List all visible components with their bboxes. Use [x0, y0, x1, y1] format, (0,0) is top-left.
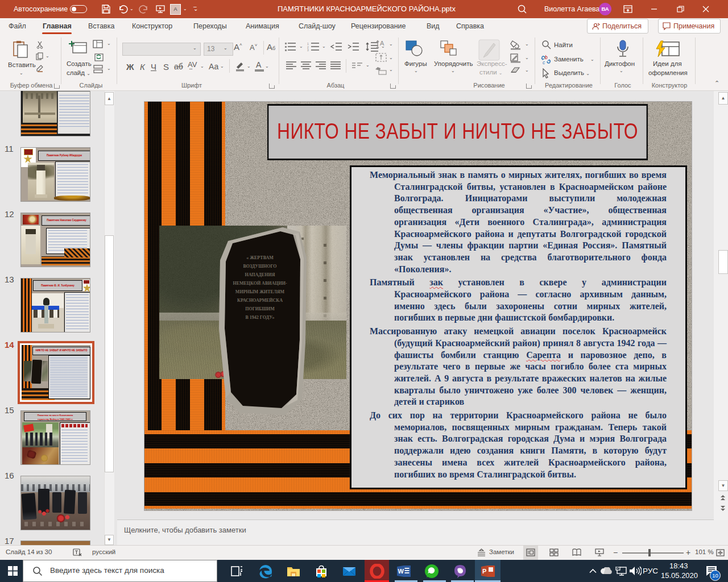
svg-text:ПОГИБШИМ: ПОГИБШИМ [245, 306, 275, 311]
svg-text:А: А [380, 40, 384, 47]
svg-text:ВОЗДУШНОГО: ВОЗДУШНОГО [243, 264, 276, 269]
svg-text:КРАСНОАРМЕЙСКА: КРАСНОАРМЕЙСКА [237, 298, 283, 303]
svg-text:НАПАДЕНИЯ: НАПАДЕНИЯ [245, 272, 275, 277]
svg-text:c: c [543, 60, 545, 65]
svg-text:P: P [482, 568, 486, 575]
svg-text:НЕМЕЦКОЙ АВИАЦИИ-: НЕМЕЦКОЙ АВИАЦИИ- [233, 281, 287, 286]
svg-text:В 1942 ГОДУ»: В 1942 ГОДУ» [245, 315, 274, 320]
svg-text:« ЖЕРТВАМ: « ЖЕРТВАМ [246, 255, 274, 260]
svg-text:МИРНЫМ ЖИТЕЛЯМ: МИРНЫМ ЖИТЕЛЯМ [235, 289, 285, 294]
svg-text:3: 3 [307, 48, 309, 51]
svg-text:W: W [398, 568, 404, 575]
svg-text:b: b [545, 55, 548, 60]
